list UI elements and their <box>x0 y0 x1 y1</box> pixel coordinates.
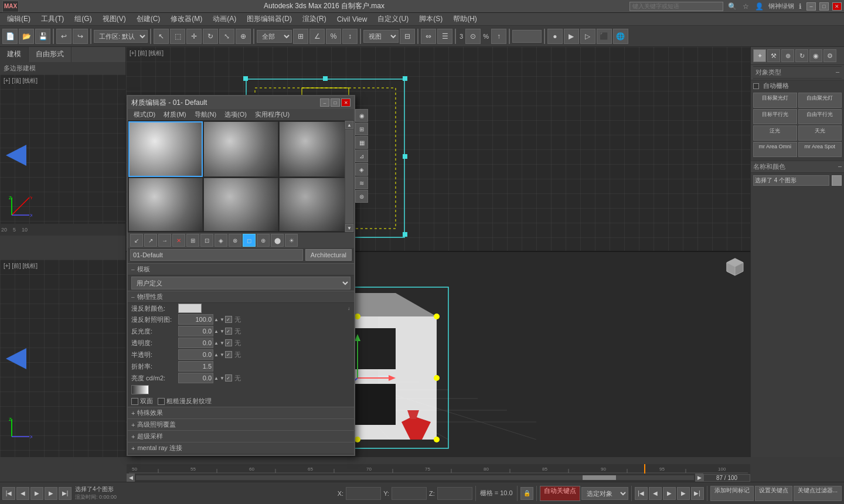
nav-frame-back-btn[interactable]: ◀ <box>16 487 29 500</box>
key-filter-btn[interactable]: 关键点过滤器... <box>794 486 842 501</box>
menu-script[interactable]: 脚本(S) <box>414 13 447 25</box>
render-btn[interactable]: ▷ <box>580 29 595 44</box>
mat-show-bg[interactable]: ⊕ <box>257 234 270 247</box>
angle-snap[interactable]: ∠ <box>309 29 325 44</box>
mat-rough-label[interactable]: 粗糙漫反射纹理 <box>158 397 212 406</box>
rp-create-icon[interactable]: ✦ <box>753 49 766 62</box>
rp-motion-icon[interactable]: ↻ <box>795 49 808 62</box>
mat-lum-up[interactable]: ▲ <box>213 376 219 381</box>
redo-button[interactable]: ↪ <box>73 29 88 44</box>
mat-lum-down[interactable]: ▼ <box>219 376 225 381</box>
mat-backlight[interactable]: ☀ <box>285 234 298 247</box>
mat-lum-check[interactable]: ✓ <box>225 374 232 382</box>
mat-transp-up[interactable]: ▲ <box>213 340 219 346</box>
nav-prev-btn[interactable]: |◀ <box>2 487 15 500</box>
mat-minimize-btn[interactable]: – <box>320 98 329 107</box>
x-coord-input[interactable] <box>346 487 381 500</box>
mat-supersample-row[interactable]: + 超级采样 <box>128 430 354 442</box>
mat-special-effects-row[interactable]: + 特殊效果 <box>128 407 354 418</box>
mat-put-material[interactable]: ↗ <box>144 234 157 247</box>
mat-lum-gradient[interactable] <box>131 385 149 394</box>
mat-reflect-down[interactable]: ▼ <box>219 329 225 334</box>
mat-side-bump[interactable]: ≋ <box>355 176 368 189</box>
mat-menu-options[interactable]: 选项(O) <box>221 109 250 120</box>
z-coord-input[interactable] <box>437 487 472 500</box>
menu-help[interactable]: 帮助(H) <box>448 13 482 25</box>
mat-sphere-3[interactable] <box>279 121 353 177</box>
mat-adv-lighting-row[interactable]: + 高级照明覆盖 <box>128 418 354 430</box>
rp-light-sky[interactable]: 天光 <box>798 125 842 141</box>
mat-scroll-up[interactable]: ▲ <box>345 121 353 129</box>
close-button[interactable]: ✕ <box>832 2 842 11</box>
mat-make-unique[interactable]: ◈ <box>215 234 227 247</box>
quickrender-btn[interactable]: ⬛ <box>597 29 612 44</box>
maximize-button[interactable]: □ <box>819 2 829 11</box>
rp-light-mr-omni[interactable]: mr Area Omni <box>753 142 797 157</box>
nav-next-btn[interactable]: ▶| <box>59 487 72 500</box>
nav-frame-fwd-btn[interactable]: ▶ <box>45 487 57 500</box>
rp-modify-icon[interactable]: ⚒ <box>767 49 780 62</box>
timeline-scroll-right[interactable]: ▶ <box>695 474 703 482</box>
named-selection-input[interactable] <box>512 30 542 43</box>
rp-display-icon[interactable]: ◉ <box>809 49 822 62</box>
y-coord-input[interactable] <box>392 487 427 500</box>
mat-transluc-up[interactable]: ▲ <box>213 352 219 357</box>
move-button[interactable]: ✛ <box>186 29 202 44</box>
mat-reflect-input[interactable] <box>178 326 213 336</box>
object-color-btn[interactable] <box>832 175 842 186</box>
mat-transp-down[interactable]: ▼ <box>219 340 225 346</box>
go-start-btn[interactable]: |◀ <box>635 487 648 500</box>
mat-side-gradient[interactable]: ▦ <box>355 136 368 149</box>
menu-customize[interactable]: 自定义(U) <box>373 13 413 25</box>
prev-key-btn[interactable]: ◀ <box>649 487 662 500</box>
mat-get-material[interactable]: ↙ <box>130 234 143 247</box>
mat-side-reflect[interactable]: ⊿ <box>355 149 368 162</box>
mat-diffuse-map-down[interactable]: ▼ <box>219 317 225 322</box>
mat-delete[interactable]: ✕ <box>172 234 185 247</box>
mat-sphere-2[interactable] <box>203 121 278 177</box>
mat-template-select[interactable]: 用户定义 <box>131 277 350 290</box>
menu-animation[interactable]: 动画(A) <box>208 13 241 25</box>
menu-create[interactable]: 创建(C) <box>132 13 165 25</box>
reference-button[interactable]: ⊕ <box>236 29 251 44</box>
viewport-btn[interactable]: ⊟ <box>400 29 415 44</box>
mat-scroll-down[interactable]: ▼ <box>345 224 353 232</box>
mat-mental-ray-row[interactable]: + mental ray 连接 <box>128 442 354 454</box>
auto-key-button[interactable]: 自动关键点 <box>540 486 580 501</box>
mat-reflect-up[interactable]: ▲ <box>213 329 219 334</box>
undo-button[interactable]: ↩ <box>56 29 72 44</box>
menu-civil-view[interactable]: Civil View <box>332 14 372 25</box>
save-button[interactable]: 💾 <box>35 29 50 44</box>
play-anim-btn[interactable]: ▶ <box>663 487 676 500</box>
mat-name-input[interactable] <box>130 249 303 261</box>
mat-sample-type[interactable]: ⬤ <box>271 234 284 247</box>
menu-group[interactable]: 组(G) <box>70 13 96 25</box>
mat-side-checker[interactable]: ⊞ <box>355 122 368 135</box>
rp-light-target-direct[interactable]: 目标平行光 <box>753 109 797 124</box>
add-time-mark-btn[interactable]: 添加时间标记 <box>710 486 754 501</box>
menu-graph-editor[interactable]: 图形编辑器(D) <box>242 13 297 25</box>
rp-light-free-direct[interactable]: 自由平行光 <box>798 109 842 124</box>
search-icon[interactable]: 🔍 <box>727 2 738 11</box>
minimize-button[interactable]: – <box>806 2 816 11</box>
mat-double-sided-label[interactable]: 双面 <box>131 397 153 406</box>
percent-btn[interactable]: ↑ <box>491 29 506 44</box>
mat-diffuse-color[interactable] <box>178 304 202 313</box>
mirror-button[interactable]: ⇔ <box>421 29 436 44</box>
tab-modeling[interactable]: 建模 <box>0 47 29 62</box>
mat-copy[interactable]: ⊞ <box>186 234 199 247</box>
mat-side-refract[interactable]: ◈ <box>355 163 368 176</box>
coord-btn[interactable]: ⊙ <box>465 29 481 44</box>
rotate-button[interactable]: ↻ <box>203 29 218 44</box>
mat-sphere-6[interactable] <box>279 178 353 232</box>
mat-side-env[interactable]: ⊛ <box>355 190 368 203</box>
rp-light-omni[interactable]: 泛光 <box>753 125 797 141</box>
snap-type-dropdown[interactable]: 全部 <box>257 30 292 43</box>
mat-menu-utils[interactable]: 实用程序(U) <box>251 109 293 120</box>
mat-refract-input[interactable] <box>178 361 213 372</box>
mat-transluc-input[interactable] <box>178 349 213 360</box>
mat-diffuse-map-check[interactable]: ✓ <box>225 316 232 323</box>
auto-grid-label[interactable]: 自动栅格 <box>753 81 842 90</box>
workspace-dropdown[interactable]: 工作区: 默认 <box>94 30 148 43</box>
menu-view[interactable]: 视图(V) <box>98 13 131 25</box>
